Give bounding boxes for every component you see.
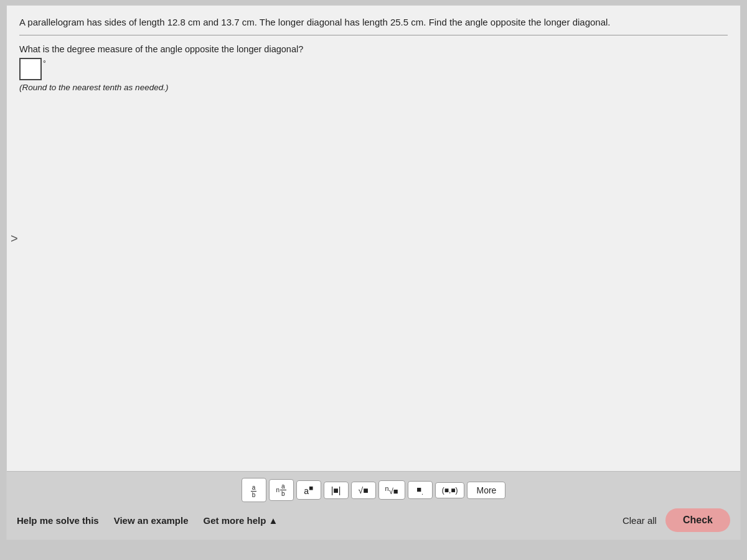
degree-symbol: ° bbox=[43, 59, 46, 68]
abs-val-icon: |■| bbox=[331, 485, 341, 495]
abs-val-button[interactable]: |■| bbox=[324, 482, 349, 499]
subscript-icon: ■. bbox=[416, 485, 423, 494]
answer-input-row: ° bbox=[19, 58, 728, 80]
check-button[interactable]: Check bbox=[665, 508, 730, 532]
ordered-pair-button[interactable]: (■,■) bbox=[435, 482, 465, 498]
problem-statement: A parallelogram has sides of length 12.8… bbox=[19, 16, 728, 35]
nth-root-button[interactable]: n√■ bbox=[378, 480, 405, 499]
math-symbols-row: a b n a b a■ |■| bbox=[17, 478, 730, 502]
action-right: Clear all Check bbox=[622, 508, 730, 532]
sqrt-icon: √■ bbox=[359, 485, 369, 495]
fraction-icon: a b bbox=[251, 484, 257, 498]
sidebar-arrow[interactable]: > bbox=[7, 229, 22, 248]
nth-root-icon: n√■ bbox=[385, 487, 398, 496]
clear-all-button[interactable]: Clear all bbox=[622, 515, 657, 526]
main-container: > A parallelogram has sides of length 12… bbox=[6, 5, 741, 540]
bottom-toolbar: a b n a b a■ |■| bbox=[7, 471, 740, 539]
get-more-help-button[interactable]: Get more help ▲ bbox=[204, 515, 278, 526]
view-example-link[interactable]: View an example bbox=[114, 515, 189, 526]
mixed-fraction-icon: n a b bbox=[276, 483, 286, 497]
help-me-solve-link[interactable]: Help me solve this bbox=[17, 515, 99, 526]
sqrt-button[interactable]: √■ bbox=[351, 482, 376, 499]
action-row: Help me solve this View an example Get m… bbox=[17, 508, 730, 532]
superscript-icon: a■ bbox=[304, 486, 313, 496]
more-button[interactable]: More bbox=[467, 482, 505, 499]
answer-input-box[interactable] bbox=[19, 58, 42, 80]
content-area: > A parallelogram has sides of length 12… bbox=[7, 6, 740, 471]
more-label: More bbox=[476, 485, 496, 495]
subscript-button[interactable]: ■. bbox=[408, 481, 433, 500]
fraction-button[interactable]: a b bbox=[242, 478, 266, 502]
ordered-pair-icon: (■,■) bbox=[442, 486, 458, 495]
question-label: What is the degree measure of the angle … bbox=[19, 44, 728, 54]
round-note: (Round to the nearest tenth as needed.) bbox=[19, 83, 728, 92]
superscript-button[interactable]: a■ bbox=[296, 480, 321, 500]
mixed-fraction-button[interactable]: n a b bbox=[269, 479, 294, 501]
action-left: Help me solve this View an example Get m… bbox=[17, 515, 278, 526]
